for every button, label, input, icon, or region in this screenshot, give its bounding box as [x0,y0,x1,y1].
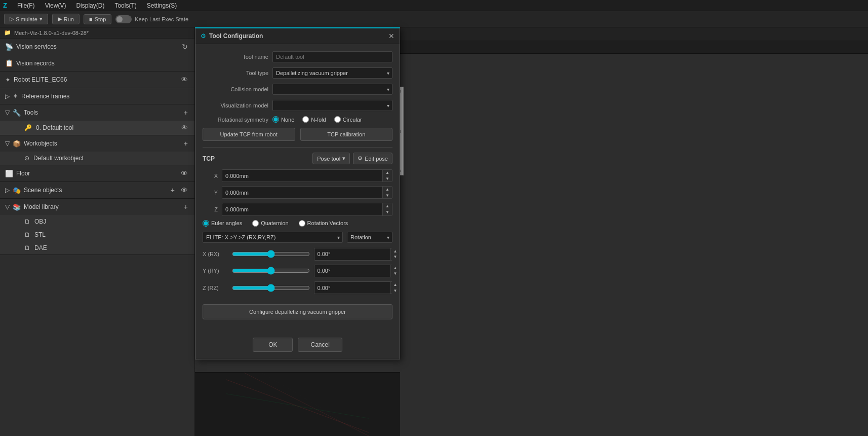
tool-name-input[interactable] [272,51,392,62]
xrx-slider[interactable] [232,250,310,258]
tools-add[interactable]: + [182,108,189,117]
z-down[interactable]: ▼ [383,209,392,215]
y-down[interactable]: ▼ [383,193,392,199]
workobject-icon: ⊙ [24,155,29,162]
robot-header[interactable]: ✦ Robot ELITE_EC66 👁 [0,71,194,88]
model-dae-icon: 🗋 [24,244,30,251]
edit-pose-button[interactable]: ⚙ Edit pose [353,153,392,164]
yrx-label: Y (RY) [203,268,228,274]
stop-icon: ■ [89,16,93,22]
yrx-down[interactable]: ▼ [391,271,400,277]
vis-model-select[interactable] [272,100,392,111]
model-stl-item[interactable]: 🗋 STL [0,228,194,241]
model-expand-icon: ▽ [5,203,10,210]
configure-vacuum-btn[interactable]: Configure depalletizing vacuum gripper [203,304,392,319]
zrx-slider[interactable] [232,284,310,292]
scene-add[interactable]: + [169,186,176,194]
scene-objects-header[interactable]: ▷ 🎭 Scene objects + 👁 [0,182,194,198]
floor-label: Floor [16,170,176,177]
radio-nfold[interactable]: N-fold [302,116,326,123]
z-spinner: ▲ ▼ [382,203,392,215]
scene-visibility[interactable]: 👁 [179,186,189,194]
yrx-input[interactable] [314,266,390,276]
robot-visibility[interactable]: 👁 [179,76,189,84]
xrx-down[interactable]: ▼ [391,254,400,260]
x-up[interactable]: ▲ [383,170,392,176]
radio-none[interactable]: None [272,116,294,123]
y-label: Y [203,190,218,196]
zrx-up[interactable]: ▲ [391,282,400,288]
floor-header[interactable]: ⬜ Floor 👁 [0,165,194,181]
radio-quaternion[interactable]: Quaternion [252,220,288,227]
scene-expand-icon: ▷ [5,187,10,194]
workobjects-add[interactable]: + [182,139,189,148]
radio-circular[interactable]: Circular [334,116,362,123]
workobjects-header[interactable]: ▽ 📦 Workobjects + [0,135,194,152]
reference-frames-label: Reference frames [21,93,189,100]
menu-display[interactable]: Display(D) [74,1,106,10]
tcp-section: TCP Pose tool ▾ ⚙ Edit pose [203,147,392,294]
yrx-slider[interactable] [232,267,310,275]
model-library-header[interactable]: ▽ 📚 Model library + [0,199,194,215]
toggle-track[interactable] [115,15,132,23]
yrx-up[interactable]: ▲ [391,265,400,271]
rotation-type-row: Euler angles Quaternion Rotation Vectors [203,220,392,227]
cancel-button[interactable]: Cancel [298,338,342,352]
model-dae-item[interactable]: 🗋 DAE [0,241,194,255]
tool-type-select[interactable]: Depalletizing vacuum gripper Standard gr… [272,67,392,79]
radio-euler[interactable]: Euler angles [203,220,242,227]
zrx-input[interactable] [314,283,390,293]
section-model-library: ▽ 📚 Model library + 🗋 OBJ 🗋 STL 🗋 DAE [0,199,194,255]
vision-services-refresh[interactable]: ↻ [180,43,189,51]
update-tcp-button[interactable]: Update TCP from robot [203,128,295,141]
menu-tools[interactable]: Tools(T) [112,1,138,10]
x-input[interactable] [222,171,382,181]
ok-button[interactable]: OK [253,338,293,352]
rotation-select[interactable]: Rotation [347,232,392,243]
floor-visibility[interactable]: 👁 [179,169,189,177]
x-down[interactable]: ▼ [383,176,392,182]
workobject-default-item[interactable]: ⊙ Default workobject [0,152,194,165]
vision-records-header[interactable]: 📋 Vision records [0,55,194,71]
model-obj-item[interactable]: 🗋 OBJ [0,215,194,228]
canvas-svg [195,373,400,436]
z-input[interactable] [222,204,382,214]
y-input[interactable] [222,188,382,198]
vision-services-header[interactable]: 📡 Vision services ↻ [0,39,194,55]
run-button[interactable]: ▶ Run [52,14,80,24]
euler-convention-select[interactable]: ELITE: X->Y->Z (RX,RY,RZ) [203,232,343,243]
collision-model-wrapper: ▾ [272,84,392,95]
z-input-wrap: ▲ ▼ [222,203,392,215]
dialog-close-button[interactable]: ✕ [388,32,394,40]
tools-header[interactable]: ▽ 🔧 Tools + [0,104,194,121]
tool-default-item[interactable]: 🔑 0. Default tool 👁 [0,121,194,135]
model-add[interactable]: + [182,203,189,211]
tool-visibility[interactable]: 👁 [179,124,189,132]
keep-state-toggle[interactable]: Keep Last Exec State [115,15,188,23]
z-up[interactable]: ▲ [383,203,392,209]
radio-rotation-vectors[interactable]: Rotation Vectors [299,220,348,227]
rotation-select-wrap: Rotation ▾ [347,232,392,243]
edit-pose-icon: ⚙ [358,155,363,162]
menu-view[interactable]: View(V) [43,1,68,10]
menu-file[interactable]: File(F) [15,1,37,10]
xrx-up[interactable]: ▲ [391,248,400,255]
reference-frames-header[interactable]: ▷ ✦ Reference frames [0,88,194,104]
xrx-input[interactable] [314,249,390,259]
rot-sym-row: Rotational symmetry None N-fold [203,116,392,123]
section-workobjects: ▽ 📦 Workobjects + ⊙ Default workobject [0,135,194,165]
simulate-button[interactable]: ▷ Simulate ▾ [4,14,48,24]
y-up[interactable]: ▲ [383,187,392,193]
section-vision-services: 📡 Vision services ↻ [0,39,194,55]
menu-settings[interactable]: Settings(S) [145,1,179,10]
xrx-slider-wrap [232,250,310,258]
tcp-calibration-button[interactable]: TCP calibration [300,128,393,141]
stop-button[interactable]: ■ Stop [84,14,111,24]
dialog-body: Tool name Tool type Depalletizing vacuum… [195,44,400,333]
vis-model-wrapper: ▾ [272,100,392,111]
pose-tool-button[interactable]: Pose tool ▾ [312,153,350,164]
collision-model-select[interactable] [272,84,392,95]
tool-item-icon: 🔑 [24,124,32,131]
workobject-label: Default workobject [33,155,189,162]
zrx-down[interactable]: ▼ [391,288,400,294]
